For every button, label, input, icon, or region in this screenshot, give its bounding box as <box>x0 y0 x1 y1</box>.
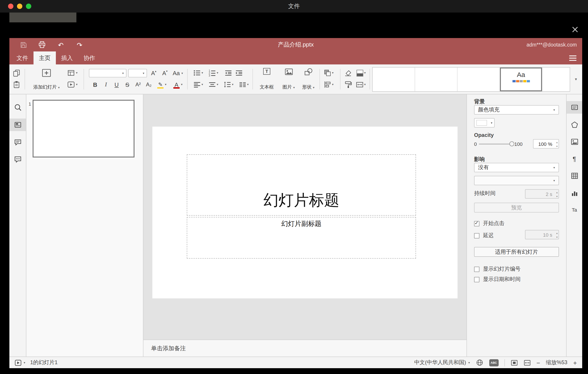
theme-option-3[interactable] <box>458 67 500 91</box>
print-button[interactable] <box>38 41 46 49</box>
font-size-combo[interactable]: ▾ <box>128 69 147 77</box>
line-spacing-button[interactable] <box>223 80 232 89</box>
zoom-out-button[interactable]: − <box>536 360 540 366</box>
change-case-button[interactable]: Aa ▾ <box>171 68 185 77</box>
search-button[interactable] <box>9 101 26 114</box>
copy-style-button[interactable] <box>344 80 353 89</box>
textart-settings-button[interactable]: Ta <box>567 204 582 216</box>
duration-input[interactable]: 2 s ▴▾ <box>525 189 559 199</box>
tab-home[interactable]: 主页 <box>33 51 56 65</box>
spinner-arrows[interactable]: ▴▾ <box>556 190 558 198</box>
slides-panel-button[interactable] <box>9 119 26 131</box>
paste-button[interactable] <box>12 80 21 89</box>
show-datetime-checkbox[interactable] <box>474 277 479 282</box>
slide-background-color-button[interactable] <box>355 68 364 77</box>
apply-to-all-slides-button[interactable]: 适用于所有幻灯片 <box>474 247 559 257</box>
tab-insert[interactable]: 插入 <box>56 51 78 65</box>
redo-button[interactable]: ↷ <box>75 41 84 49</box>
language-selector[interactable]: 中文(中华人民共和国) ▾ <box>414 359 470 366</box>
image-settings-button[interactable] <box>567 136 582 148</box>
show-slide-number-checkbox[interactable] <box>474 266 479 272</box>
slide-settings-button[interactable] <box>567 101 582 114</box>
theme-option-2[interactable] <box>415 67 458 91</box>
vertical-align-chevron[interactable]: ▾ <box>217 83 218 86</box>
align-chevron[interactable]: ▾ <box>201 83 203 86</box>
theme-option-4-selected[interactable]: Aa <box>500 67 542 91</box>
transition-effect-select[interactable]: 没有 ▾ <box>474 163 559 172</box>
font-color-chevron[interactable]: ▾ <box>181 83 182 86</box>
subscript-button[interactable]: A₂ <box>144 80 153 89</box>
paragraph-settings-button[interactable]: ¶ <box>567 153 582 165</box>
opacity-slider-knob[interactable] <box>509 141 514 146</box>
table-settings-button[interactable] <box>567 170 582 182</box>
start-slideshow-button[interactable] <box>67 80 75 89</box>
bullets-button[interactable] <box>193 68 201 77</box>
opacity-value-input[interactable]: 100 % ▴▾ <box>533 139 559 149</box>
slide-layout-chevron[interactable]: ▾ <box>76 71 77 75</box>
font-name-combo[interactable]: ▾ <box>89 69 126 77</box>
add-slide-button[interactable]: 添加幻灯片▾ <box>29 67 64 92</box>
opacity-slider[interactable] <box>479 143 512 144</box>
menu-button[interactable] <box>569 55 576 61</box>
superscript-button[interactable]: A² <box>134 80 143 89</box>
decrease-indent-button[interactable] <box>224 68 233 77</box>
vertical-align-button[interactable] <box>208 80 217 89</box>
subtitle-placeholder[interactable]: 幻灯片副标题 <box>187 217 416 259</box>
numbering-chevron[interactable]: ▾ <box>217 71 218 75</box>
theme-option-5[interactable] <box>542 67 570 91</box>
tab-file[interactable]: 文件 <box>11 51 33 65</box>
arrange-chevron[interactable]: ▾ <box>332 71 334 75</box>
underline-button[interactable]: U <box>112 80 121 89</box>
shape-settings-button[interactable] <box>567 119 582 131</box>
bullets-chevron[interactable]: ▾ <box>201 71 203 75</box>
close-icon[interactable] <box>571 26 579 33</box>
chat-button[interactable] <box>9 153 26 165</box>
undo-button[interactable]: ↶ <box>57 41 65 49</box>
slide-size-chevron[interactable]: ▾ <box>364 83 366 86</box>
delay-checkbox[interactable] <box>474 233 479 238</box>
transition-variant-select[interactable]: ▾ <box>474 176 559 185</box>
spellcheck-button[interactable]: ABC <box>489 359 498 366</box>
zoom-in-button[interactable]: + <box>573 360 577 366</box>
theme-option-1[interactable] <box>373 67 415 91</box>
chart-settings-button[interactable] <box>567 187 582 199</box>
fit-slide-button[interactable] <box>511 360 518 366</box>
columns-chevron[interactable]: ▾ <box>247 83 249 86</box>
insert-image-button[interactable]: 图片▾ <box>279 67 298 92</box>
clear-style-button[interactable] <box>344 68 353 77</box>
strikeout-button[interactable]: S <box>123 80 132 89</box>
font-color-button[interactable]: A <box>172 80 181 89</box>
spinner-arrows[interactable]: ▴▾ <box>556 140 558 148</box>
background-color-picker[interactable]: ▾ <box>474 118 495 128</box>
highlight-chevron[interactable]: ▾ <box>165 83 167 86</box>
spinner-arrows[interactable]: ▴▾ <box>556 231 558 239</box>
document-language-button[interactable] <box>476 359 483 366</box>
horizontal-align-button[interactable] <box>193 80 201 89</box>
increase-indent-button[interactable] <box>235 68 243 77</box>
insert-textbox-button[interactable]: T 文本框 <box>256 67 277 92</box>
tab-collaboration[interactable]: 协作 <box>78 51 101 65</box>
increase-font-button[interactable]: A▴ <box>149 68 158 77</box>
background-fill-select[interactable]: 颜色填充 ▾ <box>474 105 559 115</box>
arrange-shapes-button[interactable] <box>323 68 332 77</box>
align-shapes-button[interactable] <box>323 80 332 89</box>
fit-width-button[interactable] <box>524 360 531 366</box>
copy-button[interactable] <box>12 68 21 77</box>
title-placeholder[interactable]: 幻灯片标题 <box>187 154 416 216</box>
theme-gallery-expand-button[interactable]: ▾ <box>572 67 579 92</box>
columns-button[interactable] <box>238 80 247 89</box>
slide-layout-button[interactable] <box>67 68 75 77</box>
background-color-chevron[interactable]: ▾ <box>364 71 366 75</box>
italic-button[interactable]: I <box>101 80 110 89</box>
align-shapes-chevron[interactable]: ▾ <box>332 83 334 86</box>
preview-button[interactable]: 预览 <box>474 203 559 212</box>
start-on-click-checkbox[interactable]: ✓ <box>474 221 479 226</box>
comments-button[interactable] <box>9 136 26 149</box>
highlight-color-button[interactable]: ✎ <box>156 80 165 89</box>
slide[interactable]: 幻灯片标题 幻灯片副标题 <box>152 127 458 298</box>
decrease-font-button[interactable]: A▾ <box>160 68 169 77</box>
slide-canvas[interactable]: 幻灯片标题 幻灯片副标题 <box>143 94 466 340</box>
slide-size-button[interactable] <box>355 80 364 89</box>
start-slideshow-status-button[interactable] <box>15 360 21 366</box>
bold-button[interactable]: B <box>91 80 100 89</box>
